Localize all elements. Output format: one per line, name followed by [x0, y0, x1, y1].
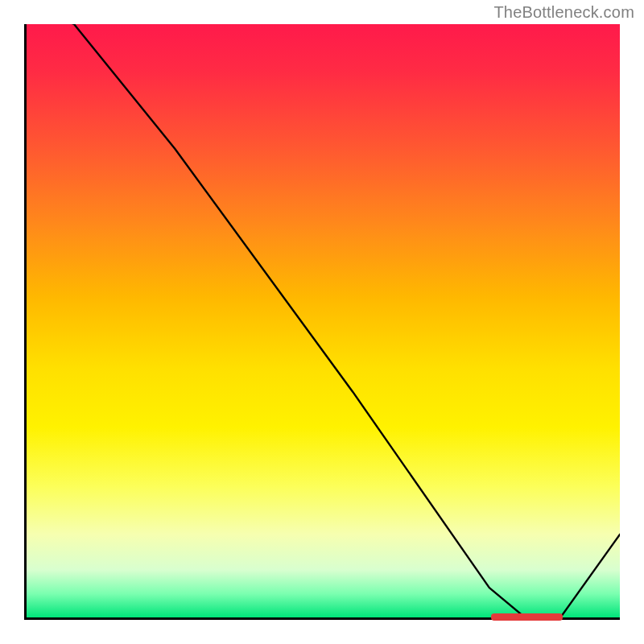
bottleneck-curve [27, 24, 620, 617]
optimal-range-marker [491, 613, 563, 621]
chart-plot-area [24, 24, 620, 620]
attribution-text: TheBottleneck.com [493, 3, 634, 22]
